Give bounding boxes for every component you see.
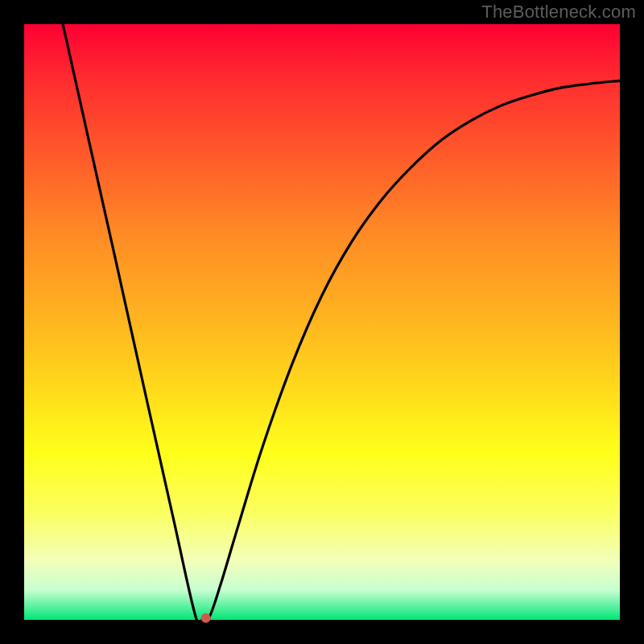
plot-area: [24, 24, 620, 620]
chart-frame: TheBottleneck.com: [0, 0, 644, 644]
optimal-point-marker: [201, 613, 211, 623]
bottleneck-curve: [63, 24, 620, 625]
curve-svg: [24, 24, 620, 620]
watermark-text: TheBottleneck.com: [481, 2, 636, 23]
